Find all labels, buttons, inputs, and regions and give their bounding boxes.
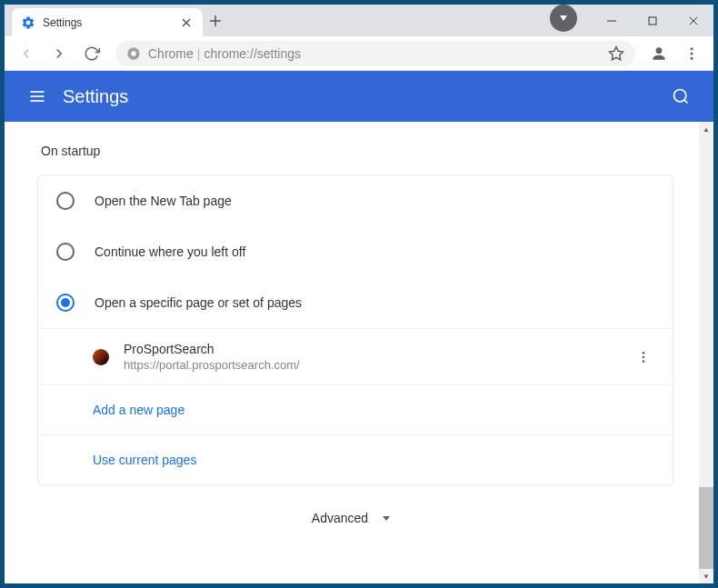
advanced-toggle[interactable]: Advanced — [5, 485, 699, 551]
tab-title: Settings — [43, 16, 172, 29]
svg-point-12 — [656, 47, 663, 54]
gear-icon — [21, 15, 35, 30]
hamburger-icon[interactable] — [19, 78, 55, 115]
svg-marker-4 — [560, 15, 567, 21]
svg-point-19 — [674, 90, 686, 102]
svg-marker-11 — [610, 46, 623, 59]
titlebar: Settings — [5, 5, 713, 36]
svg-point-13 — [691, 47, 693, 50]
svg-rect-6 — [649, 17, 656, 25]
scroll-thumb[interactable] — [699, 487, 713, 569]
omnibox-text: Chrome | chrome://settings — [148, 46, 301, 61]
profile-button[interactable] — [644, 39, 673, 68]
add-page-row[interactable]: Add a new page — [38, 384, 673, 434]
radio-icon — [56, 243, 75, 261]
browser-tab[interactable]: Settings — [12, 8, 203, 36]
search-icon[interactable] — [663, 78, 699, 115]
window-controls — [591, 5, 713, 36]
add-page-link[interactable]: Add a new page — [93, 403, 184, 417]
settings-content: On startup Open the New Tab page Continu… — [5, 122, 699, 583]
more-icon[interactable] — [633, 346, 654, 368]
page-title: Settings — [63, 86, 663, 107]
forward-button[interactable] — [45, 39, 74, 68]
chevron-down-icon — [381, 513, 392, 523]
svg-point-21 — [643, 352, 645, 354]
svg-point-14 — [691, 52, 693, 55]
scrollbar[interactable]: ▲ ▼ — [699, 122, 713, 583]
svg-point-23 — [643, 360, 645, 363]
star-icon[interactable] — [608, 45, 624, 62]
use-current-link[interactable]: Use current pages — [93, 453, 196, 467]
section-title: On startup — [5, 144, 699, 174]
chrome-icon — [126, 46, 141, 61]
scroll-up-icon[interactable]: ▲ — [699, 122, 713, 136]
omnibox[interactable]: Chrome | chrome://settings — [115, 41, 635, 66]
svg-line-20 — [684, 100, 688, 104]
minimize-button[interactable] — [591, 7, 632, 35]
use-current-row[interactable]: Use current pages — [38, 434, 673, 484]
scroll-down-icon[interactable]: ▼ — [699, 569, 713, 583]
close-window-button[interactable] — [673, 7, 713, 35]
site-favicon — [93, 349, 109, 365]
svg-marker-24 — [383, 516, 390, 521]
settings-header: Settings — [5, 71, 713, 122]
radio-newtab[interactable]: Open the New Tab page — [38, 175, 673, 226]
reload-button[interactable] — [77, 39, 106, 68]
page-name: ProSportSearch — [124, 342, 618, 356]
svg-point-10 — [131, 51, 135, 55]
incognito-icon — [550, 5, 577, 32]
close-icon[interactable] — [179, 15, 194, 30]
address-bar: Chrome | chrome://settings — [5, 36, 713, 71]
startup-card: Open the New Tab page Continue where you… — [37, 174, 673, 485]
new-tab-button[interactable] — [203, 5, 228, 36]
radio-continue[interactable]: Continue where you left off — [38, 226, 673, 277]
startup-page-entry: ProSportSearch https://portal.prosportse… — [38, 328, 673, 384]
svg-point-22 — [643, 355, 645, 358]
radio-icon — [56, 192, 75, 210]
svg-point-15 — [691, 56, 693, 59]
radio-specific[interactable]: Open a specific page or set of pages — [38, 277, 673, 328]
page-url: https://portal.prosportsearch.com/ — [124, 358, 618, 372]
back-button[interactable] — [12, 39, 41, 68]
radio-icon — [56, 294, 75, 312]
menu-button[interactable] — [677, 39, 706, 68]
maximize-button[interactable] — [632, 7, 673, 35]
